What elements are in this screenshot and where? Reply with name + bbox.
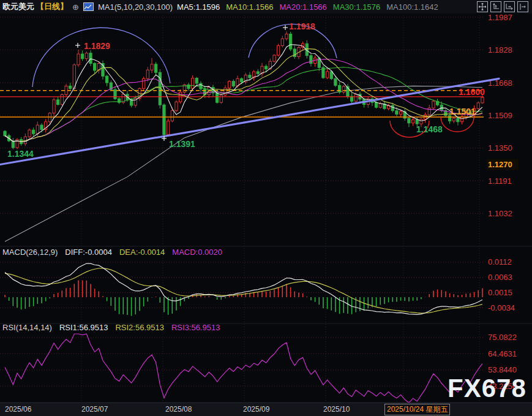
- macd-readout: DIFF:-0.0004: [65, 248, 112, 257]
- macd-axis-label: -0.0034: [488, 303, 515, 312]
- ma-value: MA30:1.1576: [333, 2, 380, 12]
- pan-icon[interactable]: [477, 1, 488, 12]
- watermark-logo: FX678: [448, 374, 526, 403]
- macd-readout: DEA:-0.0014: [119, 248, 165, 257]
- price-annotation: 1.1468: [416, 124, 443, 134]
- price-axis-label: 1.1828: [488, 45, 512, 55]
- price-annotation: 1.1829: [84, 41, 110, 51]
- macd-pane-header: MACD(26,12,9) DIFF:-0.0004DEA:-0.0014MAC…: [2, 248, 222, 257]
- symbol-name: 欧元美元: [2, 1, 34, 12]
- ma30-line: [5, 67, 482, 142]
- rsi-readout: RSI1:56.9513: [59, 323, 108, 332]
- rsi-readout: RSI3:56.9513: [171, 323, 220, 332]
- toolbar-icons: [477, 1, 530, 12]
- price-axis-label: 1.1032: [488, 209, 512, 218]
- rsi-readouts: RSI1:56.9513RSI2:56.9513RSI3:56.9513: [59, 323, 220, 332]
- price-annotation: 1.1600: [459, 87, 485, 97]
- rsi-title: RSI(14,14,14): [2, 323, 52, 332]
- ma-values-group: MA5:1.1596MA10:1.1566MA20:1.1566MA30:1.1…: [177, 2, 438, 12]
- month-label: 2025/09: [243, 405, 269, 414]
- price-annotation: 1.1918: [289, 21, 315, 31]
- month-label: 2025/06: [5, 405, 31, 414]
- rsi-readout: RSI2:56.9513: [115, 323, 164, 332]
- price-axis-label: 1.1987: [488, 13, 512, 22]
- rsi-axis-label: 64.4631: [488, 349, 517, 358]
- macd-title: MACD(26,12,9): [2, 248, 58, 257]
- month-label: 2025/10: [323, 405, 350, 414]
- macd-axis-label: 0.0112: [488, 257, 512, 267]
- time-axis[interactable]: 2025/10/24 星期五 2025/062025/072025/082025…: [0, 403, 532, 416]
- chart-header-bar: 欧元美元 【日线】 ⊕ MA1(5,10,20,30,100) MA5:1.15…: [0, 0, 532, 13]
- macd-axis-label: 0.0015: [488, 288, 512, 297]
- macd-axis-label: 0.0063: [488, 273, 512, 282]
- price-axis-label: 1.1509: [488, 111, 512, 120]
- highlight-price-label: 1.1270: [488, 160, 512, 169]
- current-date-label: 2025/10/24 星期五: [384, 404, 450, 415]
- rsi-line: [5, 334, 482, 403]
- month-label: 2025/08: [165, 405, 192, 414]
- rsi-axis-label: 75.0822: [488, 333, 517, 342]
- ma-value: MA10:1.1566: [226, 2, 273, 12]
- trend-line: [0, 78, 499, 164]
- settings-icon[interactable]: ⊕: [72, 2, 79, 12]
- ma20-line: [5, 59, 482, 142]
- month-label: 2025/07: [81, 405, 108, 414]
- macd-histogram: [5, 280, 482, 316]
- macd-readout: MACD:0.0020: [172, 248, 222, 257]
- macd-readouts: DIFF:-0.0004DEA:-0.0014MACD:0.0020: [65, 248, 222, 257]
- price-chart-canvas[interactable]: 1.19871.18281.16681.15091.13501.11911.10…: [0, 0, 532, 416]
- zoom-y-axis-icon[interactable]: [490, 1, 501, 12]
- macd-dea-line: [5, 268, 482, 313]
- ma-settings-label: MA1(5,10,20,30,100): [98, 2, 173, 12]
- reset-axis-icon[interactable]: [517, 1, 528, 12]
- ma100-line: [5, 86, 482, 241]
- price-annotation: 1.1391: [169, 139, 195, 149]
- ma-value: MA5:1.1596: [177, 2, 220, 12]
- ma10-line: [5, 49, 482, 142]
- ma-value: MA100:1.1642: [386, 2, 438, 12]
- period-label: 【日线】: [36, 1, 68, 12]
- chart-type-icon[interactable]: [83, 2, 94, 11]
- zoom-x-axis-icon[interactable]: [504, 1, 515, 12]
- drawn-arc: [32, 28, 170, 87]
- trading-app-window: 欧元美元 【日线】 ⊕ MA1(5,10,20,30,100) MA5:1.15…: [0, 0, 532, 416]
- rsi-pane-header: RSI(14,14,14) RSI1:56.9513RSI2:56.9513RS…: [2, 323, 220, 332]
- price-annotation: 1.1501: [449, 107, 476, 116]
- price-axis-label: 1.1191: [488, 176, 512, 186]
- ma-value: MA20:1.1566: [280, 2, 327, 12]
- macd-diff-line: [5, 263, 482, 314]
- price-axis-label: 1.1350: [488, 143, 512, 153]
- price-annotation: 1.1344: [7, 149, 34, 159]
